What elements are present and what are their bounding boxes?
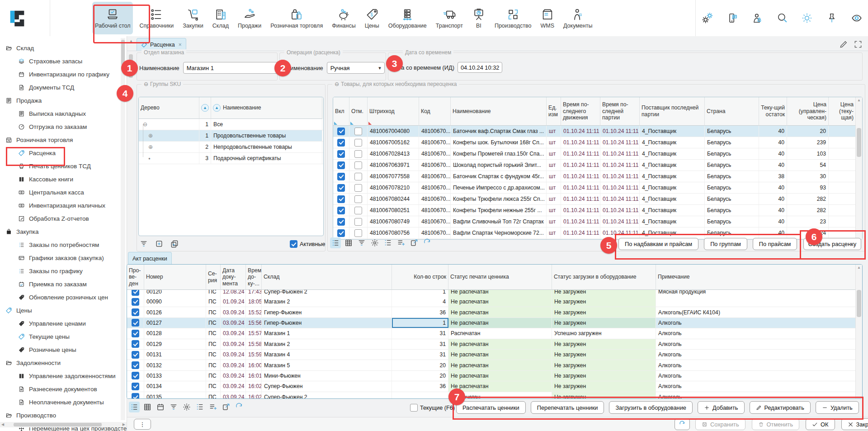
mark-checkbox-box[interactable] — [354, 229, 362, 237]
mark-checkbox[interactable] — [349, 160, 368, 171]
act-button-6[interactable]: Удалить — [816, 401, 859, 414]
edit-pencil-icon[interactable] — [839, 40, 848, 49]
include-checkbox[interactable] — [333, 171, 349, 182]
datetime-input[interactable]: 04.10.24 10:32 — [458, 62, 502, 73]
nav-item-6[interactable]: Розничная торговля — [268, 2, 326, 34]
products-scrollbar[interactable]: ▲ — [855, 97, 862, 239]
products-col-4[interactable]: Код — [419, 97, 451, 126]
mobile-chat-icon[interactable] — [726, 12, 738, 24]
mark-checkbox[interactable] — [349, 216, 368, 227]
act-row-00126[interactable]: 00126ПС03.09.2415:52Гипер-Фьюжен36Не рас… — [127, 307, 862, 317]
nav-item-4[interactable]: Склад — [210, 2, 231, 34]
tab-rascenka[interactable]: Расценка × — [137, 38, 186, 51]
act-col-8[interactable]: Статус печати ценника — [448, 265, 552, 290]
tree-row-Все[interactable]: ⊖ 1 Все — [139, 119, 323, 130]
sidebar-item-29[interactable]: Производство — [0, 409, 127, 422]
pin-icon[interactable] — [826, 12, 838, 24]
products-col-9[interactable]: Поставщик последней партии — [640, 97, 705, 126]
act-col-10[interactable]: Примечание — [656, 265, 856, 290]
sidebar-item-4[interactable]: Документы ТСД — [0, 81, 127, 94]
sku-funnel-icon[interactable] — [138, 238, 149, 249]
nav-item-7[interactable]: Финансы — [329, 2, 358, 34]
act-row-00128[interactable]: 00128ПС03.09.2415:57Магазин 131Распечата… — [127, 328, 862, 339]
sidebar-item-23[interactable]: Текущие цены — [0, 330, 127, 343]
act-button-5[interactable]: Редактировать — [750, 401, 811, 414]
products-row-4810067063971[interactable]: 481006706397148100670...Шоколад пористый… — [333, 160, 862, 171]
act-numlist-icon[interactable] — [194, 402, 205, 412]
done-checkbox[interactable] — [127, 392, 144, 399]
sidebar-item-25[interactable]: Задолженности — [0, 356, 127, 369]
act-button-2[interactable]: Перепечатать ценники — [531, 401, 604, 414]
done-checkbox[interactable] — [127, 339, 144, 349]
sku-expand-icon[interactable] — [154, 238, 165, 249]
nav-item-5[interactable]: Продажи — [235, 2, 264, 34]
nav-item-9[interactable]: Оборудование — [386, 2, 429, 34]
act-col-9[interactable]: Статус загрузки в оборудование — [552, 265, 656, 290]
user-lock-icon[interactable] — [751, 12, 763, 24]
tree-name-cell[interactable]: Все — [211, 119, 322, 130]
sidebar-item-9[interactable]: Расценка — [0, 147, 127, 160]
fullscreen-icon[interactable] — [854, 40, 863, 49]
done-checkbox-box[interactable] — [132, 330, 139, 337]
include-checkbox-box[interactable] — [337, 173, 345, 180]
products-col-13[interactable]: Цена (теку-щая) — [829, 97, 856, 126]
products-row-4810067028413[interactable]: 481006702841348100670...Конфеты Прометей… — [333, 148, 862, 160]
products-col-2[interactable]: Отм. — [349, 97, 368, 126]
products-gear-icon[interactable] — [369, 237, 380, 248]
done-checkbox[interactable] — [127, 290, 144, 297]
done-checkbox[interactable] — [127, 307, 144, 317]
mark-checkbox-box[interactable] — [354, 184, 362, 192]
include-checkbox[interactable] — [333, 227, 349, 238]
tab-close-icon[interactable]: × — [179, 42, 182, 48]
sidebar-item-3[interactable]: Инвентаризации по графику — [0, 68, 127, 81]
pricing-button-3[interactable]: По прайсам — [753, 238, 797, 250]
sidebar-horizontal-scrollbar[interactable]: ◀ ▶ — [0, 422, 127, 427]
act-row-00127[interactable]: 00127ПС03.09.2415:56Гипер-Фьюжен1Не расп… — [127, 318, 862, 328]
act-row-00129[interactable]: 00129ПС03.09.2415:58Магазин 231Не распеч… — [127, 339, 862, 350]
nav-item-11[interactable]: BI — [469, 2, 488, 34]
act-row-00132[interactable]: 00132ПС03.09.2416:00Магазин 520Не распеч… — [127, 360, 862, 370]
sidebar-item-18[interactable]: Заказы по графику — [0, 265, 127, 278]
include-checkbox[interactable] — [333, 148, 349, 159]
act-export-icon[interactable] — [221, 402, 231, 412]
mark-checkbox-box[interactable] — [354, 173, 362, 180]
sidebar-item-15[interactable]: Закупка — [0, 225, 127, 238]
products-col-10[interactable]: Страна — [705, 97, 759, 126]
act-list-icon[interactable] — [129, 402, 140, 412]
settings-gears-icon[interactable] — [702, 12, 713, 24]
nav-item-14[interactable]: Документы — [561, 2, 595, 34]
products-col-3[interactable]: Штрихкод — [368, 97, 419, 126]
products-col-1[interactable]: Вкл — [333, 97, 349, 126]
done-checkbox[interactable] — [127, 328, 144, 338]
products-col-11[interactable]: Теку-щий остаток — [759, 97, 787, 126]
include-checkbox-box[interactable] — [337, 229, 345, 237]
statusbar-button-Закрыть[interactable]: Закрыть — [841, 418, 868, 430]
act-row-00134[interactable]: 00134ПС03.09.2416:02Супер-Фьюжен36Не рас… — [127, 381, 862, 392]
tree-row-Непродовольственные товары[interactable]: ⊕ 2 Непродовольственные товары — [139, 142, 323, 153]
done-checkbox-box[interactable] — [132, 351, 139, 359]
sidebar-item-14[interactable]: Обработка Z-отчетов — [0, 212, 127, 225]
act-row-00120[interactable]: 00120ПС12.08.2417:43Супер-Фьюжен 21Не ра… — [127, 290, 862, 297]
nav-item-3[interactable]: Закупки — [180, 2, 206, 34]
done-checkbox-box[interactable] — [132, 383, 139, 390]
leaf-node-icon[interactable]: ● — [148, 156, 151, 161]
sidebar-item-11[interactable]: Кассовые книги — [0, 173, 127, 186]
act-scrollbar[interactable]: ▲ — [855, 265, 862, 398]
sort-asc-icon[interactable]: ▲ — [201, 104, 209, 112]
statusbar-button-Сохранить[interactable]: Сохранить — [695, 418, 745, 430]
include-checkbox[interactable] — [333, 160, 349, 171]
sidebar-item-21[interactable]: Цены — [0, 304, 127, 317]
sidebar-item-17[interactable]: Графики заказов (закупка) — [0, 251, 127, 265]
tree-name-cell[interactable]: Подарочный сертификаты — [211, 153, 322, 164]
products-row-4810067004080[interactable]: 481006700408048100670...Батончик ваф.Спа… — [333, 126, 862, 137]
tree-node-cell[interactable]: ⊕ — [139, 142, 199, 152]
products-col-6[interactable]: Ед. изм — [547, 97, 561, 126]
include-checkbox[interactable] — [333, 194, 349, 204]
products-row-4810067080251[interactable]: 481006708025148100670...Конфеты Трюфели … — [333, 205, 862, 216]
act-button-1[interactable]: Распечатать ценники — [456, 401, 526, 414]
include-checkbox-box[interactable] — [337, 128, 345, 135]
act-row-00090[interactable]: 00090ПС01.09.2418:05Магазин 24Не распеча… — [127, 297, 862, 307]
done-checkbox-box[interactable] — [132, 372, 139, 379]
tree-node-cell[interactable]: ● — [139, 153, 199, 164]
sidebar-item-12[interactable]: Центральная касса — [0, 186, 127, 199]
